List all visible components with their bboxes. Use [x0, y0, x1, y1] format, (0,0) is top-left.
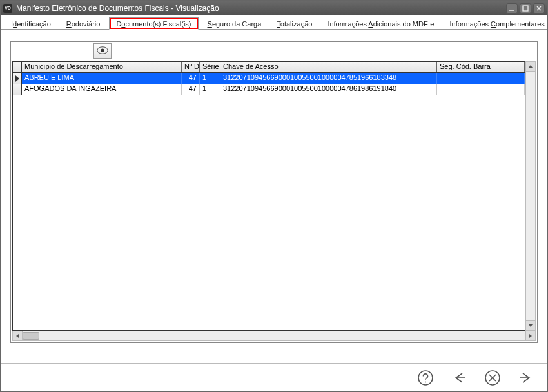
grid-corner	[13, 62, 22, 72]
col-municipio[interactable]: Município de Descarregamento	[22, 62, 182, 72]
row-indicator-icon	[13, 73, 22, 84]
maximize-button[interactable]	[520, 3, 531, 14]
cell-num: 47	[182, 84, 200, 95]
tab-info-adicionais[interactable]: Informações Adicionais do MDF-e	[321, 18, 440, 29]
tab-totalizacao[interactable]: Totalização	[270, 18, 318, 29]
next-button[interactable]	[516, 368, 536, 387]
cell-serie: 1	[200, 84, 220, 95]
eye-icon	[97, 46, 108, 55]
svg-marker-7	[529, 65, 533, 68]
view-button[interactable]	[93, 43, 112, 59]
tab-seguro-carga[interactable]: Seguro da Carga	[201, 18, 268, 29]
svg-marker-9	[16, 334, 19, 338]
table-row[interactable]: ABREU E LIMA 47 1 3122071094566900010055…	[13, 73, 525, 84]
svg-point-12	[425, 381, 426, 382]
cell-seg	[437, 84, 525, 95]
cell-seg	[437, 73, 525, 84]
window-title: Manifesto Eletrônico de Documentos Fisca…	[16, 4, 504, 13]
documents-grid[interactable]: Município de Descarregamento Nº D Série …	[12, 61, 525, 331]
row-indicator-empty	[13, 84, 22, 95]
svg-rect-1	[523, 6, 528, 11]
minimize-button[interactable]	[506, 3, 518, 14]
cell-municipio: AFOGADOS DA INGAZEIRA	[22, 84, 182, 95]
scroll-up-icon[interactable]	[526, 62, 535, 72]
horizontal-scrollbar[interactable]	[12, 331, 536, 341]
action-bar	[1, 363, 547, 391]
scroll-thumb[interactable]	[23, 332, 39, 340]
cell-serie: 1	[200, 73, 220, 84]
cell-municipio: ABREU E LIMA	[22, 73, 182, 84]
tab-info-complementares[interactable]: Informações Complementares	[443, 18, 548, 29]
vertical-scrollbar[interactable]	[525, 61, 536, 331]
svg-marker-6	[15, 75, 19, 82]
scroll-right-icon[interactable]	[525, 331, 535, 340]
scroll-down-icon[interactable]	[526, 320, 535, 330]
col-serie[interactable]: Série	[200, 62, 220, 72]
svg-marker-8	[529, 324, 533, 327]
close-button[interactable]	[533, 3, 545, 14]
cell-chave: 3122071094566900010055001000004785196618…	[220, 73, 437, 84]
scroll-left-icon[interactable]	[13, 331, 23, 340]
tab-documentos-fiscais[interactable]: Documento(s) Fiscal(is)	[109, 17, 198, 30]
grid-header: Município de Descarregamento Nº D Série …	[13, 62, 525, 73]
tab-rodoviario[interactable]: Rodoviário	[60, 18, 107, 29]
cell-num: 47	[182, 73, 200, 84]
workspace: Município de Descarregamento Nº D Série …	[1, 30, 547, 363]
tabstrip: Identificação Rodoviário Documento(s) Fi…	[1, 15, 547, 30]
col-chave[interactable]: Chave de Acesso	[220, 62, 437, 72]
help-button[interactable]	[416, 368, 435, 387]
documents-panel: Município de Descarregamento Nº D Série …	[10, 41, 538, 343]
svg-marker-10	[529, 334, 532, 338]
tab-identificacao[interactable]: Identificação	[5, 18, 57, 29]
titlebar: VD Manifesto Eletrônico de Documentos Fi…	[1, 1, 547, 15]
grid-body: ABREU E LIMA 47 1 3122071094566900010055…	[13, 73, 525, 330]
back-button[interactable]	[449, 368, 469, 387]
col-seg[interactable]: Seg. Cód. Barra	[437, 62, 525, 72]
app-badge: VD	[3, 4, 12, 13]
svg-point-11	[418, 371, 433, 385]
cancel-button[interactable]	[483, 368, 502, 387]
table-row[interactable]: AFOGADOS DA INGAZEIRA 47 1 3122071094566…	[13, 84, 525, 95]
svg-point-5	[101, 48, 104, 52]
col-num[interactable]: Nº D	[182, 62, 200, 72]
cell-chave: 3122071094566900010055001000004786198619…	[220, 84, 437, 95]
